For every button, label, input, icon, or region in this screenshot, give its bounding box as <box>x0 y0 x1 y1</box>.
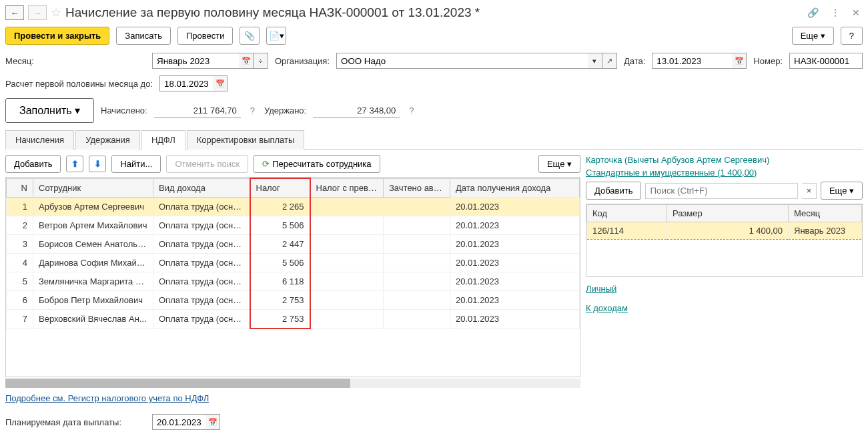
horizontal-scrollbar[interactable] <box>5 379 580 388</box>
accrued-label: Начислено: <box>101 105 147 116</box>
col-size[interactable]: Размер <box>667 205 789 222</box>
search-input[interactable] <box>645 183 797 199</box>
write-button[interactable]: Записать <box>116 27 171 45</box>
accrued-value: 211 764,70 <box>154 103 241 118</box>
org-input[interactable] <box>336 53 588 69</box>
fill-button[interactable]: Заполнить ▾ <box>5 98 94 123</box>
number-input[interactable] <box>789 53 863 69</box>
spinner-icon[interactable]: ÷ <box>254 53 268 69</box>
table-row[interactable]: 5Земляничка Маргарита С...Оплата труда (… <box>7 272 580 291</box>
link-icon[interactable]: 🔗 <box>805 7 821 18</box>
calendar-icon[interactable]: 📅 <box>732 53 747 69</box>
org-label: Организация: <box>275 56 330 66</box>
post-and-close-button[interactable]: Провести и закрыть <box>5 27 109 45</box>
col-tax[interactable]: Налог <box>250 178 310 198</box>
col-code[interactable]: Код <box>587 205 667 222</box>
col-month[interactable]: Месяц <box>789 205 862 222</box>
recalc-button[interactable]: ⟳Пересчитать сотрудника <box>254 155 380 173</box>
refresh-icon: ⟳ <box>262 159 270 169</box>
calc-until-label: Расчет первой половины месяца до: <box>5 79 153 89</box>
grid-more-button[interactable]: Еще ▾ <box>538 155 580 173</box>
tab-corrections[interactable]: Корректировки выплаты <box>187 130 305 150</box>
deductions-table[interactable]: Код Размер Месяц 126/114 1 400,00 Январь… <box>586 204 863 277</box>
grid-add-button[interactable]: Добавить <box>5 155 61 173</box>
standard-deductions-link[interactable]: Стандартные и имущественные (1 400,00) <box>586 168 863 178</box>
help-button[interactable]: ? <box>841 27 863 45</box>
move-down-button[interactable]: ⬇ <box>89 156 106 172</box>
calc-until-input[interactable] <box>159 75 213 91</box>
planned-date-label: Планируемая дата выплаты: <box>5 417 145 427</box>
col-n[interactable]: N <box>7 178 33 198</box>
help-withheld-icon[interactable]: ? <box>406 105 416 116</box>
print-button[interactable]: 📄▾ <box>266 27 286 45</box>
col-employee[interactable]: Сотрудник <box>33 178 153 198</box>
table-row[interactable]: 6Бобров Петр МихайловичОплата труда (осн… <box>7 291 580 310</box>
calendar-icon[interactable]: 📅 <box>239 53 254 69</box>
tab-accruals[interactable]: Начисления <box>5 130 74 150</box>
help-accrued-icon[interactable]: ? <box>248 105 258 116</box>
col-credited[interactable]: Зачтено ава... <box>384 178 450 198</box>
right-add-button[interactable]: Добавить <box>586 182 641 200</box>
clear-search-button[interactable]: × <box>802 183 817 199</box>
tab-withholdings[interactable]: Удержания <box>75 130 140 150</box>
date-label: Дата: <box>624 56 645 66</box>
withheld-value: 27 348,00 <box>313 103 400 118</box>
register-link[interactable]: Подробнее см. Регистр налогового учета п… <box>5 393 209 403</box>
to-income-link[interactable]: К доходам <box>586 303 628 313</box>
month-input[interactable] <box>152 53 239 69</box>
month-label: Месяц: <box>5 56 145 66</box>
page-title: Начисление за первую половину месяца НАЗ… <box>65 5 480 20</box>
kebab-menu-icon[interactable]: ⋮ <box>828 7 843 18</box>
attach-button[interactable]: 📎 <box>240 27 260 45</box>
tab-ndfl[interactable]: НДФЛ <box>141 130 185 150</box>
right-more-button[interactable]: Еще ▾ <box>821 182 863 200</box>
nav-back-button[interactable]: ← <box>5 5 24 20</box>
table-row[interactable]: 1Арбузов Артем СергеевичОплата труда (ос… <box>7 198 580 216</box>
more-button[interactable]: Еще ▾ <box>792 27 834 45</box>
cancel-search-button[interactable]: Отменить поиск <box>166 155 248 173</box>
col-tax-excess[interactable]: Налог с превы... <box>310 178 384 198</box>
personal-link[interactable]: Личный <box>586 284 863 294</box>
find-button[interactable]: Найти... <box>111 155 161 173</box>
table-row[interactable]: 2Ветров Артем МихайловичОплата труда (ос… <box>7 216 580 235</box>
card-link[interactable]: Карточка (Вычеты Арбузов Артем Сергеевич… <box>586 155 863 165</box>
table-row[interactable]: 4Даринова София Михайл...Оплата труда (о… <box>7 254 580 272</box>
date-input[interactable] <box>652 53 732 69</box>
number-label: Номер: <box>753 56 783 66</box>
move-up-button[interactable]: ⬆ <box>66 156 83 172</box>
table-row[interactable]: 126/114 1 400,00 Январь 2023 <box>587 222 862 240</box>
dropdown-icon[interactable]: ▾ <box>588 53 602 69</box>
open-icon[interactable]: ↗ <box>602 53 617 69</box>
close-icon[interactable]: ✕ <box>849 7 863 18</box>
nav-forward-button[interactable]: → <box>28 5 47 20</box>
withheld-label: Удержано: <box>264 105 306 116</box>
favorite-star-icon[interactable]: ☆ <box>51 5 61 20</box>
post-button[interactable]: Провести <box>177 27 234 45</box>
col-income-type[interactable]: Вид дохода <box>153 178 250 198</box>
col-income-date[interactable]: Дата получения дохода <box>450 178 580 198</box>
calendar-icon[interactable]: 📅 <box>205 414 220 430</box>
table-row[interactable]: 3Борисов Семен Анатолье...Оплата труда (… <box>7 235 580 254</box>
table-row[interactable]: 7Верховский Вячеслав Ан...Оплата труда (… <box>7 310 580 329</box>
calendar-icon[interactable]: 📅 <box>213 75 228 91</box>
planned-date-input[interactable] <box>152 414 205 430</box>
ndfl-table[interactable]: N Сотрудник Вид дохода Налог Налог с пре… <box>5 177 580 377</box>
